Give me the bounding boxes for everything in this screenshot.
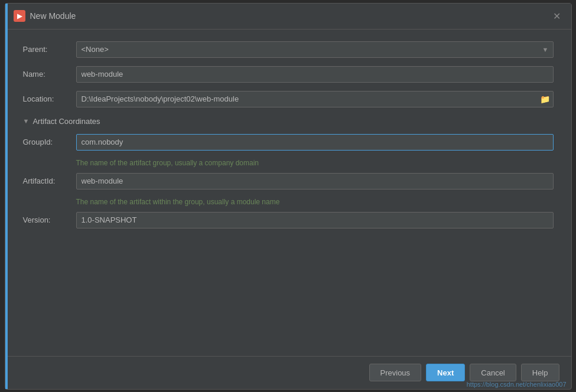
artifactid-hint: The name of the artifact within the grou…: [76, 198, 554, 206]
parent-label: Parent:: [23, 45, 76, 54]
artifact-section-header: ▼ Artifact Coordinates: [23, 117, 554, 126]
title-bar-left: ▶ New Module: [14, 10, 76, 22]
groupid-hint: The name of the artifact group, usually …: [76, 159, 554, 167]
artifactid-label: ArtifactId:: [23, 177, 76, 185]
collapse-arrow-icon[interactable]: ▼: [23, 117, 30, 125]
version-row: Version:: [23, 212, 554, 228]
app-icon: ▶: [14, 10, 25, 22]
location-input[interactable]: [76, 91, 554, 107]
location-label: Location:: [23, 94, 76, 103]
groupid-row: GroupId:: [23, 134, 554, 151]
groupid-label: GroupId:: [23, 138, 76, 146]
new-module-dialog: ▶ New Module ✕ Parent: <None> ▼ Name:: [5, 3, 572, 390]
parent-select-wrapper: <None> ▼: [76, 41, 554, 58]
name-row: Name:: [23, 66, 554, 83]
groupid-control: [76, 134, 554, 151]
artifact-section-title: Artifact Coordinates: [32, 117, 100, 126]
location-row: Location: 📁: [23, 91, 554, 107]
title-bar: ▶ New Module ✕: [5, 4, 571, 30]
folder-icon[interactable]: 📁: [540, 94, 550, 104]
location-wrapper: 📁: [76, 91, 554, 107]
artifactid-row: ArtifactId:: [23, 173, 554, 190]
watermark: https://blog.csdn.net/chenlixiao007: [467, 381, 567, 388]
help-button[interactable]: Help: [521, 364, 559, 381]
dialog-body: Parent: <None> ▼ Name: Location: 📁: [5, 30, 571, 356]
name-label: Name:: [23, 70, 76, 79]
parent-select[interactable]: <None>: [76, 41, 554, 58]
parent-row: Parent: <None> ▼: [23, 41, 554, 58]
next-button[interactable]: Next: [426, 364, 465, 381]
accent-bar: [5, 4, 8, 389]
version-label: Version:: [23, 215, 76, 224]
version-control: [76, 212, 554, 228]
previous-button[interactable]: Previous: [369, 364, 422, 381]
name-control: [76, 66, 554, 83]
name-input[interactable]: [76, 66, 554, 83]
version-input[interactable]: [76, 212, 554, 228]
artifactid-input[interactable]: [76, 173, 554, 190]
groupid-input[interactable]: [76, 134, 554, 151]
close-button[interactable]: ✕: [551, 10, 563, 22]
cancel-button[interactable]: Cancel: [470, 364, 516, 381]
artifactid-control: [76, 173, 554, 190]
dialog-title: New Module: [30, 11, 76, 21]
